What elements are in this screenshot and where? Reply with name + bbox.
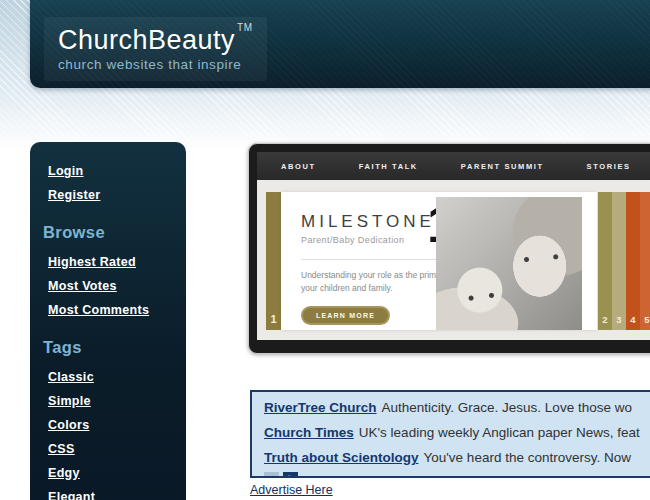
ad-text: UK's leading weekly Anglican paper News,…	[359, 425, 640, 440]
stripe-number: 5	[640, 314, 650, 325]
account-links: Login Register	[48, 159, 176, 207]
sidebar-item-highest-rated[interactable]: Highest Rated	[48, 250, 176, 274]
brand-text: ChurchBeauty	[58, 25, 235, 55]
stripe-2: 2	[598, 192, 612, 330]
sidebar-item-tag-simple[interactable]: Simple	[48, 389, 176, 413]
showcase-site: ABOUT FAITH TALK PARENT SUMMIT STORIES R…	[257, 152, 650, 340]
milestone-stripes: 2 3 4 5	[598, 192, 650, 330]
ad-row: Church TimesUK's leading weekly Anglican…	[264, 420, 646, 445]
sidebar-item-most-votes[interactable]: Most Votes	[48, 274, 176, 298]
sidebar-item-tag-edgy[interactable]: Edgy	[48, 461, 176, 485]
sidebar-item-register[interactable]: Register	[48, 183, 176, 207]
stripe-5: 5	[640, 192, 650, 330]
stripe-number: 3	[612, 314, 626, 325]
chevron-left-icon: ❮	[268, 475, 276, 479]
ads-pager: ❮ ❯	[264, 472, 646, 478]
brand-title: ChurchBeautyTM	[58, 22, 253, 56]
showcase-nav-parent-summit: PARENT SUMMIT	[461, 162, 544, 171]
showcase-navbar: ABOUT FAITH TALK PARENT SUMMIT STORIES R…	[257, 152, 650, 180]
advertise-here-link[interactable]: Advertise Here	[250, 483, 333, 497]
sidebar-item-tag-colors[interactable]: Colors	[48, 413, 176, 437]
trademark-symbol: TM	[237, 22, 252, 33]
tags-heading: Tags	[43, 338, 176, 357]
logo: ChurchBeautyTM church websites that insp…	[44, 17, 267, 81]
chevron-right-icon: ❯	[287, 475, 295, 479]
showcase-hero: 1 MILESTONE Parent/Baby Dedication 1 Und…	[257, 180, 650, 340]
browse-heading: Browse	[43, 223, 176, 242]
learn-more-button: LEARN MORE	[301, 306, 390, 325]
stripe-3: 3	[612, 192, 626, 330]
ad-link-scientology[interactable]: Truth about Scientology	[264, 450, 419, 465]
sidebar-item-most-comments[interactable]: Most Comments	[48, 298, 176, 322]
sidebar-item-login[interactable]: Login	[48, 159, 176, 183]
ad-link-church-times[interactable]: Church Times	[264, 425, 354, 440]
mother-baby-photo	[436, 197, 582, 330]
showcase-nav-faith-talk: FAITH TALK	[359, 162, 418, 171]
milestone-ribbon: 1	[266, 192, 281, 330]
ads-next-button[interactable]: ❯	[283, 472, 298, 478]
ad-row: RiverTree ChurchAuthenticity. Grace. Jes…	[264, 395, 646, 420]
showcase-nav-about: ABOUT	[281, 162, 316, 171]
ad-link-rivertree[interactable]: RiverTree Church	[264, 400, 377, 415]
showcase-nav-stories: STORIES	[587, 162, 631, 171]
sidebar-item-tag-classic[interactable]: Classic	[48, 365, 176, 389]
sidebar-item-tag-elegant[interactable]: Elegant	[48, 485, 176, 500]
text-ads-panel: RiverTree ChurchAuthenticity. Grace. Jes…	[250, 390, 650, 478]
ad-row: Truth about ScientologyYou've heard the …	[264, 445, 646, 470]
site-header: ChurchBeautyTM church websites that insp…	[30, 0, 650, 88]
ads-prev-button[interactable]: ❮	[264, 472, 279, 478]
showcase-screenshot[interactable]: ABOUT FAITH TALK PARENT SUMMIT STORIES R…	[248, 143, 650, 354]
sidebar: Login Register Browse Highest Rated Most…	[30, 142, 186, 500]
stripe-4: 4	[626, 192, 640, 330]
ad-text: You've heard the controversy. Now	[424, 450, 631, 465]
ribbon-number: 1	[266, 313, 281, 325]
milestone-card: MILESTONE Parent/Baby Dedication 1 Under…	[281, 192, 597, 330]
brand-tagline: church websites that inspire	[58, 57, 253, 72]
stripe-number: 4	[626, 314, 640, 325]
ad-text: Authenticity. Grace. Jesus. Love those w…	[382, 400, 632, 415]
stripe-number: 2	[598, 314, 612, 325]
sidebar-item-tag-css[interactable]: CSS	[48, 437, 176, 461]
